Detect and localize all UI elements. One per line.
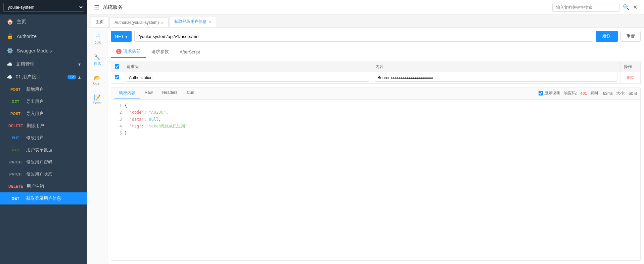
tab-home-label: 主页 bbox=[96, 19, 104, 25]
api-row-get-current-user[interactable]: GET 获取登录用户信息 bbox=[0, 192, 87, 204]
folder-icon: ☁️ bbox=[7, 62, 12, 67]
method-badge-delete: DELETE bbox=[7, 123, 25, 128]
api-row-add-user[interactable]: POST 新增用户 bbox=[0, 83, 87, 96]
sidebar-home-label: 主页 bbox=[17, 19, 26, 25]
api-row-export-user[interactable]: GET 导出用户 bbox=[0, 96, 87, 108]
send-button[interactable]: 发送 bbox=[596, 31, 618, 42]
api-label-get-current-user: 获取登录用户信息 bbox=[26, 195, 61, 201]
req-tab-params-label: 请求参数 bbox=[151, 49, 169, 55]
col-key-header: 请求头 bbox=[123, 62, 372, 72]
system-selector[interactable]: youlai-system bbox=[3, 3, 84, 12]
tab-authorize[interactable]: Authorize(youlai-system) ✕ bbox=[109, 17, 169, 27]
header-value-input[interactable] bbox=[375, 74, 618, 82]
left-panel-script-label: Script bbox=[93, 101, 102, 105]
tab-home[interactable]: 主页 bbox=[91, 16, 109, 27]
show-desc-checkbox[interactable] bbox=[539, 91, 543, 96]
api-row-logout[interactable]: DELETE 用户注销 bbox=[0, 180, 87, 192]
tab-get-user-info-label: 获取登录用户信息 bbox=[174, 19, 206, 25]
main-area: ☰ 系统服务 🔍 ✕ 主页 Authorize(youlai-system) ✕… bbox=[87, 0, 644, 264]
response-line-3: 3 "data": null, bbox=[114, 116, 638, 123]
left-panel-open[interactable]: 📂 Open bbox=[89, 72, 106, 88]
api-row-change-status[interactable]: PATCH 修改用户状态 bbox=[0, 168, 87, 180]
content-wrapper: 📄 文档 🔧 调试 📂 Open 📝 Script GET ▾ bbox=[87, 28, 644, 264]
chevron-up-icon: ▴ bbox=[78, 74, 81, 80]
sidebar-authorize-label: Authorize bbox=[17, 34, 37, 39]
show-desc-label[interactable]: 显示说明 bbox=[539, 90, 560, 96]
row-key-cell bbox=[123, 72, 372, 84]
method-badge-post: POST bbox=[7, 87, 24, 92]
sidebar-item-authorize[interactable]: 🔒 Authorize bbox=[0, 29, 87, 43]
req-tab-params[interactable]: 请求参数 bbox=[146, 46, 174, 58]
row-value-cell bbox=[372, 72, 620, 84]
url-input[interactable] bbox=[134, 31, 593, 42]
method-label: GET bbox=[115, 34, 124, 39]
left-panel-script[interactable]: 📝 Script bbox=[89, 91, 106, 108]
response-tab-headers[interactable]: Headers bbox=[157, 87, 182, 99]
search-input[interactable] bbox=[552, 3, 619, 12]
tab-authorize-label: Authorize(youlai-system) bbox=[114, 20, 159, 25]
row-action-cell: 删除 bbox=[620, 72, 641, 84]
header-key-input[interactable] bbox=[126, 74, 369, 82]
tab-get-user-info-close[interactable]: ✕ bbox=[209, 20, 211, 24]
api-label-delete-user: 删除用户 bbox=[27, 123, 44, 129]
method-chevron-icon: ▾ bbox=[125, 34, 128, 39]
response-line-2: 2 "code": "A0230", bbox=[114, 109, 638, 116]
req-tab-headers[interactable]: 1 请求头部 bbox=[111, 46, 146, 58]
method-badge-get-3: GET bbox=[7, 196, 24, 201]
api-label-update-user: 修改用户 bbox=[26, 135, 44, 141]
left-panel-debug-label: 调试 bbox=[94, 61, 101, 66]
user-interface-badge: 12 bbox=[67, 75, 76, 79]
method-badge-patch-2: PATCH bbox=[7, 172, 24, 177]
search-button[interactable]: 🔍 bbox=[623, 4, 630, 10]
req-tabs: 1 请求头部 请求参数 AfterScript bbox=[111, 46, 641, 58]
col-value-header: 内容 bbox=[372, 62, 620, 72]
api-label-change-status: 修改用户状态 bbox=[26, 171, 52, 177]
api-label-change-password: 修改用户密码 bbox=[26, 159, 52, 165]
size-label: 大小: bbox=[616, 90, 625, 96]
close-button[interactable]: ✕ bbox=[633, 4, 637, 10]
debug-icon: 🔧 bbox=[94, 54, 101, 61]
api-label-export-user: 导出用户 bbox=[26, 99, 44, 105]
status-label: 响应码: bbox=[564, 90, 577, 96]
tab-authorize-close[interactable]: ✕ bbox=[161, 21, 164, 25]
tabs-bar: 主页 Authorize(youlai-system) ✕ 获取登录用户信息 ✕ bbox=[87, 15, 644, 28]
left-panel-doc-label: 文档 bbox=[94, 41, 101, 45]
menu-icon[interactable]: ☰ bbox=[94, 4, 99, 11]
api-row-update-user[interactable]: PUT 修改用户 bbox=[0, 132, 87, 144]
show-desc-text: 显示说明 bbox=[544, 90, 560, 96]
tab-get-user-info[interactable]: 获取登录用户信息 ✕ bbox=[169, 16, 216, 27]
script-icon: 📝 bbox=[94, 94, 101, 101]
doc-icon: 📄 bbox=[94, 34, 101, 40]
response-tab-content[interactable]: 响应内容 bbox=[114, 87, 140, 99]
req-tab-afterscript[interactable]: AfterScript bbox=[174, 47, 205, 57]
sidebar-item-doc-management[interactable]: ☁️ 文档管理 ▾ bbox=[0, 58, 87, 71]
api-row-delete-user[interactable]: DELETE 删除用户 bbox=[0, 120, 87, 132]
api-row-change-password[interactable]: PATCH 修改用户密码 bbox=[0, 156, 87, 168]
cloud-icon: ☁️ bbox=[7, 74, 12, 80]
left-panel: 📄 文档 🔧 调试 📂 Open 📝 Script bbox=[87, 28, 107, 264]
sidebar-item-swagger-models[interactable]: ⚙️ Swagger Models bbox=[0, 43, 87, 58]
api-row-import-user[interactable]: POST 导入用户 bbox=[0, 108, 87, 120]
response-tab-curl[interactable]: Curl bbox=[182, 87, 199, 99]
row-checkbox[interactable] bbox=[115, 75, 119, 79]
response-area: 响应内容 Raw Headers Curl 显示说明 响应码: 401 耗时: bbox=[111, 87, 641, 261]
response-line-1: 1{ bbox=[114, 102, 638, 109]
api-panel: GET ▾ 发送 重置 1 请求头部 请求参数 AfterScript bbox=[107, 28, 644, 264]
api-row-user-form-data[interactable]: GET 用户表单数据 bbox=[0, 144, 87, 156]
method-badge-delete-2: DELETE bbox=[7, 184, 25, 189]
sidebar-item-home[interactable]: 🏠 主页 bbox=[0, 14, 87, 29]
response-meta: 显示说明 响应码: 401 耗时: 63ms 大小: 60 B bbox=[539, 90, 637, 96]
left-panel-open-label: Open bbox=[93, 82, 101, 85]
topbar: ☰ 系统服务 🔍 ✕ bbox=[87, 0, 644, 15]
left-panel-doc[interactable]: 📄 文档 bbox=[89, 31, 106, 48]
reset-button[interactable]: 重置 bbox=[620, 31, 641, 42]
delete-header-button[interactable]: 删除 bbox=[627, 75, 635, 81]
header-check-all[interactable] bbox=[115, 64, 119, 69]
method-badge-patch-1: PATCH bbox=[7, 159, 24, 165]
response-tabs: 响应内容 Raw Headers Curl bbox=[114, 87, 199, 99]
status-code: 401 bbox=[580, 91, 587, 96]
method-select[interactable]: GET ▾ bbox=[111, 31, 132, 42]
response-tab-raw[interactable]: Raw bbox=[140, 87, 157, 99]
sidebar-item-user-interface[interactable]: ☁️ 01.用户接口 12 ▴ bbox=[0, 71, 87, 83]
left-panel-debug[interactable]: 🔧 调试 bbox=[89, 51, 106, 69]
